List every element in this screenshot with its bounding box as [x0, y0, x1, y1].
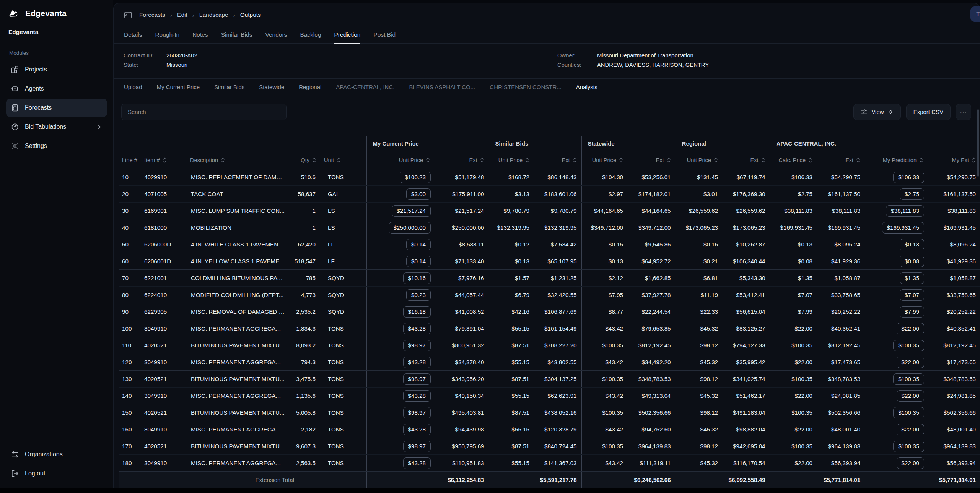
column-header-unit[interactable]: Unit [321, 152, 366, 169]
column-header-desc[interactable]: Description [187, 152, 285, 169]
column-header-label: Unit Price [687, 157, 718, 163]
tab-details[interactable]: Details [124, 26, 142, 43]
sort-icon [312, 157, 316, 163]
column-header-sb_ext[interactable]: Ext [534, 152, 581, 169]
unit-price-input[interactable]: $43.28 [403, 323, 431, 334]
unit-price-input[interactable]: $98.97 [403, 340, 431, 351]
cell-ap_calc: $22.00 [770, 320, 817, 337]
subtab-similar-bids[interactable]: Similar Bids [214, 84, 244, 90]
tab-prediction[interactable]: Prediction [334, 26, 361, 43]
my-prediction-input[interactable]: $100.35 [893, 373, 924, 384]
my-prediction-input[interactable]: $100.35 [893, 407, 924, 418]
my-prediction-input[interactable]: $1.35 [900, 272, 924, 284]
my-prediction-input[interactable]: $0.13 [900, 239, 924, 250]
my-prediction-input[interactable]: $22.00 [897, 457, 924, 469]
breadcrumb-item-forecasts[interactable]: Forecasts [139, 11, 165, 18]
unit-price-input[interactable]: $98.97 [403, 407, 431, 418]
sidebar-item-log-out[interactable]: Log out [6, 464, 107, 483]
unit-price-input[interactable]: $98.97 [403, 441, 431, 452]
column-header-ap_calc[interactable]: Calc. Price [770, 152, 817, 169]
my-prediction-input[interactable]: $7.07 [900, 289, 924, 300]
counties-label: Counties: [557, 62, 597, 69]
cell-sw_unit: $43.42 [581, 354, 628, 371]
my-prediction-input[interactable]: $2.75 [900, 188, 924, 199]
my-prediction-input[interactable]: $106.33 [893, 172, 924, 183]
unit-price-input[interactable]: $9.23 [406, 289, 431, 300]
unit-price-input[interactable]: $250,000.00 [389, 222, 431, 233]
vertical-scrollbar-thumb[interactable] [977, 109, 979, 177]
column-header-mcp_unit[interactable]: Unit Price [366, 152, 435, 169]
column-header-item[interactable]: Item # [141, 152, 187, 169]
column-header-rg_ext[interactable]: Ext [723, 152, 770, 169]
my-prediction-input[interactable]: $100.35 [893, 441, 924, 452]
subtab-apac-central-inc[interactable]: APAC-CENTRAL, INC. [336, 84, 394, 90]
unit-price-input[interactable]: $100.23 [400, 172, 431, 183]
my-prediction-input[interactable]: $22.00 [897, 323, 924, 334]
my-prediction-input[interactable]: $169,931.45 [882, 222, 924, 233]
tab-vendors[interactable]: Vendors [265, 26, 287, 43]
app-logo[interactable]: Edgevanta [8, 8, 105, 18]
column-header-rg_unit[interactable]: Unit Price [676, 152, 723, 169]
my-prediction-input[interactable]: $7.99 [900, 306, 924, 317]
unit-price-input[interactable]: $43.28 [403, 457, 431, 469]
unit-price-input[interactable]: $10.16 [403, 272, 431, 284]
unit-price-input[interactable]: $3.00 [406, 188, 431, 199]
tab-similar-bids[interactable]: Similar Bids [221, 26, 252, 43]
cell-my_ext: $48,001.40 [928, 421, 980, 438]
my-prediction-input[interactable]: $0.08 [900, 256, 924, 267]
my-prediction-input[interactable]: $100.35 [893, 340, 924, 351]
my-prediction-input[interactable]: $22.00 [897, 424, 924, 435]
unit-price-input[interactable]: $98.97 [403, 373, 431, 384]
sidebar-item-agents[interactable]: Agents [6, 79, 107, 98]
breadcrumb-item-edit[interactable]: Edit [177, 11, 187, 18]
tab-post-bid[interactable]: Post Bid [373, 26, 396, 43]
column-header-sw_ext[interactable]: Ext [628, 152, 676, 169]
my-prediction-input[interactable]: $22.00 [897, 390, 924, 401]
my-prediction-input[interactable]: $22.00 [897, 357, 924, 368]
horizontal-scrollbar-track[interactable] [0, 488, 980, 493]
column-header-sw_unit[interactable]: Unit Price [581, 152, 628, 169]
sidebar-item-projects[interactable]: Projects [6, 60, 107, 79]
column-header-my_pred[interactable]: My Prediction [865, 152, 928, 169]
export-csv-button[interactable]: Export CSV [906, 104, 951, 120]
search-input[interactable] [121, 104, 287, 120]
my-prediction-input[interactable]: $38,111.83 [886, 205, 924, 216]
subtab-upload[interactable]: Upload [124, 84, 142, 90]
sidebar-item-forecasts[interactable]: Forecasts [6, 99, 107, 117]
unit-price-input[interactable]: $16.18 [403, 306, 431, 317]
more-options-button[interactable]: ⋯ [956, 104, 971, 120]
column-header-ap_ext[interactable]: Ext [817, 152, 865, 169]
subtab-christensen-constr[interactable]: CHRISTENSEN CONSTR... [490, 84, 562, 90]
subtab-blevins-asphalt-co[interactable]: BLEVINS ASPHALT CO... [409, 84, 475, 90]
sidebar-item-organizations[interactable]: Organizations [6, 445, 107, 464]
cell-sw_unit: $100.35 [581, 337, 628, 354]
column-header-sb_unit[interactable]: Unit Price [489, 152, 534, 169]
unit-price-input[interactable]: $43.28 [403, 357, 431, 368]
sidebar-collapse-icon[interactable] [124, 11, 132, 19]
breadcrumb-item-landscape[interactable]: Landscape [199, 11, 228, 18]
tab-backlog[interactable]: Backlog [300, 26, 321, 43]
column-header-my_ext[interactable]: My Ext [928, 152, 980, 169]
subtab-my-current-price[interactable]: My Current Price [157, 84, 200, 90]
sidebar-item-bid-tabulations[interactable]: Bid Tabulations [6, 118, 107, 136]
subtab-analysis[interactable]: Analysis [576, 84, 597, 90]
column-header-mcp_ext[interactable]: Ext [435, 152, 489, 169]
cell-rg_unit: $22.33 [676, 303, 723, 320]
unit-price-input[interactable]: $0.14 [406, 239, 431, 250]
unit-price-input[interactable]: $21,517.24 [392, 205, 431, 216]
sidebar-item-settings[interactable]: Settings [6, 137, 107, 155]
unit-price-input[interactable]: $43.28 [403, 424, 431, 435]
view-button[interactable]: View [853, 104, 900, 120]
tab-notes[interactable]: Notes [192, 26, 208, 43]
column-header-qty[interactable]: Qty [285, 152, 321, 169]
unit-price-input[interactable]: $43.28 [403, 390, 431, 401]
cell-desc: BITUMINOUS PAVEMENT MIXTU... [187, 371, 285, 388]
cell-rg_ext: $10,262.87 [723, 236, 770, 253]
cell-qty: 785 [285, 270, 321, 287]
user-avatar[interactable]: T [970, 6, 980, 22]
subtab-regional[interactable]: Regional [299, 84, 321, 90]
unit-price-input[interactable]: $0.14 [406, 256, 431, 267]
column-header-label: Ext [845, 157, 860, 163]
subtab-statewide[interactable]: Statewide [259, 84, 284, 90]
tab-rough-in[interactable]: Rough-In [155, 26, 179, 43]
